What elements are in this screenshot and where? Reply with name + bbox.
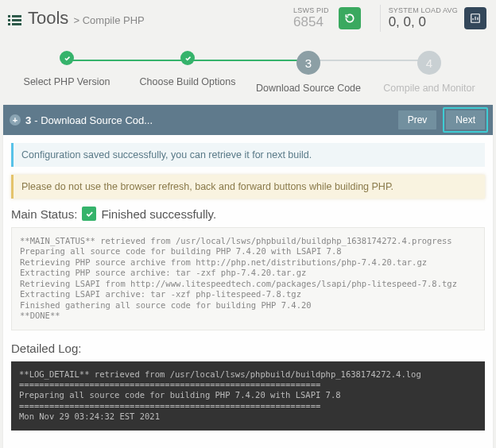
info-alert: Configuration saved successfully, you ca… <box>11 143 485 167</box>
main-status-label: Main Status: <box>11 207 77 221</box>
main-log: **MAIN_STATUS** retrieved from /usr/loca… <box>11 227 485 330</box>
chart-button[interactable] <box>464 7 486 29</box>
content-panel: + 3 - Download Source Cod... Prev Next C… <box>3 105 493 448</box>
step-4-label: Compile and Monitor <box>369 83 490 94</box>
header: Tools > Compile PHP LSWS PID 6854 SYSTEM… <box>0 0 496 40</box>
next-highlight: Next <box>443 107 488 133</box>
step-1[interactable]: Select PHP Version <box>6 51 127 94</box>
pid-stat: LSWS PID 6854 <box>293 6 329 30</box>
step-2[interactable]: Choose Build Options <box>127 51 248 94</box>
pid-label: LSWS PID <box>293 6 329 14</box>
load-label: SYSTEM LOAD AVG <box>389 6 458 14</box>
breadcrumb: > Compile PHP <box>73 14 144 26</box>
panel-header: + 3 - Download Source Cod... Prev Next <box>3 105 493 135</box>
panel-step-num: 3 <box>25 114 31 126</box>
panel-title: - Download Source Cod... <box>34 114 153 126</box>
step-wizard: Select PHP Version Choose Build Options … <box>0 40 496 100</box>
expand-icon[interactable]: + <box>10 114 21 126</box>
check-icon <box>82 207 96 221</box>
title-text: Tools <box>28 8 68 28</box>
page-title: Tools > Compile PHP <box>28 8 145 29</box>
detail-log-label: Detailed Log: <box>11 342 485 355</box>
step-1-label: Select PHP Version <box>6 76 127 87</box>
prev-button[interactable]: Prev <box>398 110 437 129</box>
step-4: 4 Compile and Monitor <box>369 51 490 94</box>
step-3-num: 3 <box>296 51 320 75</box>
load-value: 0, 0, 0 <box>389 14 458 30</box>
next-button[interactable]: Next <box>446 110 485 129</box>
pid-value: 6854 <box>293 14 329 30</box>
warn-alert: Please do not use the browser refresh, b… <box>11 175 485 199</box>
step-4-num: 4 <box>417 51 441 75</box>
step-2-label: Choose Build Options <box>127 76 248 87</box>
step-3-label: Download Source Code <box>248 83 369 94</box>
divider <box>380 5 381 32</box>
refresh-button[interactable] <box>339 7 361 29</box>
menu-icon[interactable] <box>8 15 21 25</box>
load-stat: SYSTEM LOAD AVG 0, 0, 0 <box>389 6 458 30</box>
main-status: Main Status: Finished successfully. <box>11 207 485 221</box>
detail-log: **LOG_DETAIL** retrieved from /usr/local… <box>11 361 485 431</box>
main-status-value: Finished successfully. <box>101 207 216 221</box>
step-3[interactable]: 3 Download Source Code <box>248 51 369 94</box>
